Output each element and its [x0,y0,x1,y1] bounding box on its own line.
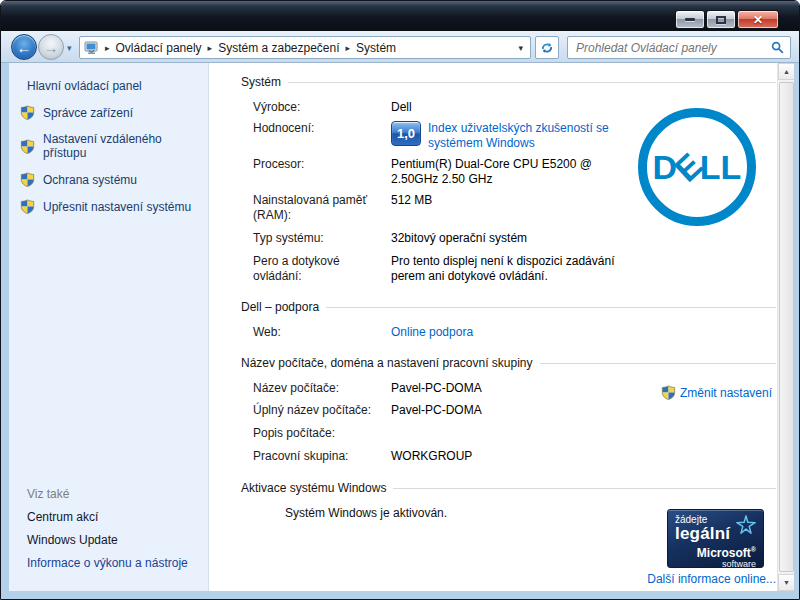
close-button[interactable]: ✕ [737,10,779,29]
field-label: Výrobce: [253,100,391,115]
field-value: Dell [391,100,641,115]
see-also-header: Viz také [27,483,188,506]
scroll-up-button[interactable]: ▲ [778,63,794,80]
field-label: Pracovní skupina: [253,449,391,464]
section-title: Dell – podpora [241,300,319,314]
row-web: Web: Online podpora [253,325,754,340]
breadcrumb-separator-icon: ▸ [202,43,219,53]
sidebar-item-advanced-settings[interactable]: Upřesnit nastavení systému [20,199,208,214]
section-header-activation: Aktivace systému Windows [241,481,754,495]
address-dropdown-icon[interactable]: ▾ [511,43,530,53]
refresh-icon [540,41,554,55]
section-title: Aktivace systému Windows [241,481,386,495]
recent-pages-dropdown[interactable]: ▾ [67,43,72,53]
star-icon [735,514,757,539]
main-panel: Systém Výrobce: Dell Hodnocení: 1,0 Inde… [209,63,794,591]
search-icon[interactable] [771,41,790,54]
caption-buttons: ✕ [675,10,779,29]
section-header-computer-name: Název počítače, doména a nastavení praco… [241,356,754,370]
field-label: Pero a dotykové ovládání: [253,254,391,284]
sidebar-item-label: Upřesnit nastavení systému [43,200,191,214]
see-also-group: Viz také Centrum akcí Windows Update Inf… [27,483,188,575]
row-pen-touch: Pero a dotykové ovládání: Pro tento disp… [253,254,754,284]
experience-index-link[interactable]: Index uživatelských zkušeností se systém… [428,121,633,151]
sidebar-item-device-manager[interactable]: Správce zařízení [20,105,208,120]
sidebar-item-windows-update[interactable]: Windows Update [27,529,188,552]
system-control-panel-window: ✕ ← → ▾ ▸ Ovládací panely ▸ Systém a zab… [0,0,800,600]
sidebar-item-label: Správce zařízení [43,106,133,120]
forward-icon: → [44,39,59,56]
vertical-scrollbar[interactable]: ▲ ▼ [777,63,794,591]
minimize-button[interactable] [675,10,705,29]
field-value: WORKGROUP [391,449,641,464]
field-value: 32bitový operační systém [391,231,641,246]
field-value: Pavel-PC-DOMA [391,403,641,418]
field-value [391,426,641,441]
uac-shield-icon [20,199,35,214]
section-header-dell-support: Dell – podpora [241,300,754,314]
close-icon: ✕ [753,14,763,26]
scroll-down-button[interactable]: ▼ [778,574,794,591]
row-workgroup: Pracovní skupina: WORKGROUP [253,449,754,464]
section-header-system: Systém [241,75,754,89]
field-label: Procesor: [253,157,391,187]
uac-shield-icon [661,385,676,400]
breadcrumb-item-system[interactable]: Systém [356,41,396,55]
scroll-down-icon: ▼ [783,579,790,586]
uac-shield-icon [20,105,35,120]
section-title: Systém [241,75,281,89]
scrollbar-thumb[interactable] [779,82,794,572]
field-label: Úplný název počítače: [253,403,391,418]
field-label: Nainstalovaná paměť (RAM): [253,193,391,223]
field-label: Web: [253,325,391,340]
row-full-computer-name: Úplný název počítače: Pavel-PC-DOMA [253,403,754,418]
uac-shield-icon [20,172,35,187]
breadcrumb-item-control-panel[interactable]: Ovládací panely [116,41,202,55]
sidebar-item-action-center[interactable]: Centrum akcí [27,506,188,529]
field-label: Hodnocení: [253,121,391,151]
badge-line3: Microsoft® [675,543,756,560]
row-computer-description: Popis počítače: [253,426,754,441]
sidebar-item-label: Nastavení vzdáleného přístupu [43,132,208,160]
breadcrumb: ▸ Ovládací panely ▸ Systém a zabezpečení… [79,36,531,59]
genuine-microsoft-badge[interactable]: žádejte legální Microsoft® software [667,509,764,568]
field-value: Pentium(R) Dual-Core CPU E5200 @ 2.50GHz… [391,157,641,187]
back-button[interactable]: ← [11,34,37,60]
sidebar: Hlavní ovládací panel Správce zařízení N… [9,63,209,591]
uac-shield-icon [20,139,35,154]
minimize-icon [685,18,695,21]
sidebar-item-label: Ochrana systému [43,173,137,187]
sidebar-item-system-protection[interactable]: Ochrana systému [20,172,208,187]
back-icon: ← [17,39,32,56]
field-label: Typ systému: [253,231,391,246]
online-support-link[interactable]: Online podpora [391,325,641,340]
maximize-icon [716,16,726,24]
change-settings-label: Změnit nastavení [680,386,772,400]
field-label: Popis počítače: [253,426,391,441]
search-box [567,36,791,59]
field-value: Pro tento displej není k dispozici zadáv… [391,254,641,284]
maximize-button[interactable] [706,10,736,29]
title-bar[interactable]: ✕ [1,1,799,31]
breadcrumb-separator-icon: ▸ [99,43,116,53]
field-value: 512 MB [391,193,641,223]
breadcrumb-item-system-security[interactable]: Systém a zabezpečení [218,41,339,55]
refresh-button[interactable] [535,36,559,59]
forward-button[interactable]: → [38,34,64,60]
scroll-up-icon: ▲ [783,68,790,75]
badge-line4: software [675,560,756,569]
row-system-type: Typ systému: 32bitový operační systém [253,231,754,246]
experience-index-badge[interactable]: 1,0 [391,121,421,146]
sidebar-item-control-panel-home[interactable]: Hlavní ovládací panel [27,79,208,93]
dell-logo: DELL [638,108,756,226]
section-title: Název počítače, doména a nastavení praco… [241,356,533,370]
window-body: Hlavní ovládací panel Správce zařízení N… [9,63,794,591]
sidebar-item-performance-info[interactable]: Informace o výkonu a nástroje [27,552,188,575]
search-input[interactable] [568,41,771,55]
more-info-online-link[interactable]: Další informace online... [647,572,776,586]
computer-icon[interactable] [84,41,99,55]
change-settings-link[interactable]: Změnit nastavení [661,385,772,400]
breadcrumb-separator-icon: ▸ [340,43,357,53]
sidebar-item-remote-settings[interactable]: Nastavení vzdáleného přístupu [20,132,208,160]
navigation-bar: ← → ▾ ▸ Ovládací panely ▸ Systém a zabez… [1,31,799,63]
